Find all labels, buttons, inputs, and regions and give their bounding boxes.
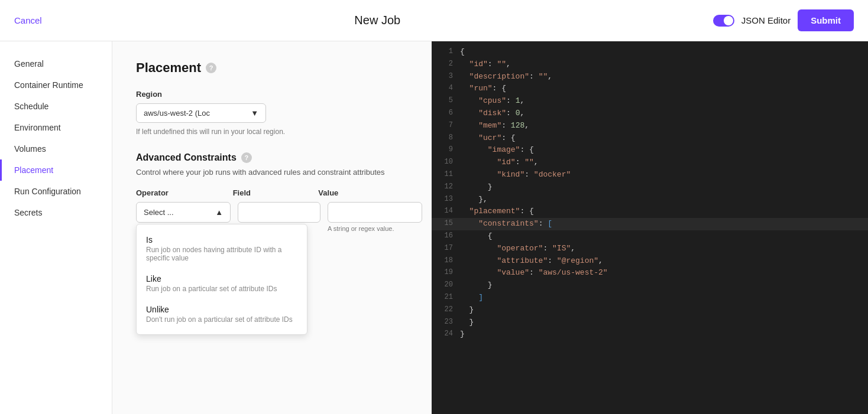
sidebar-item-volumes[interactable]: Volumes (0, 138, 112, 159)
value-header: Value (318, 188, 408, 197)
code-line: 2 "id": "", (432, 58, 868, 71)
dropdown-item-like-desc: Run job on a particular set of attribute… (146, 285, 297, 293)
code-line: 3 "description": "", (432, 71, 868, 83)
value-col: A string or regex value. (328, 202, 422, 232)
code-line: 13 }, (432, 194, 868, 206)
line-number: 1 (436, 46, 453, 58)
line-content: "ucr": { (460, 132, 516, 145)
region-select[interactable]: aws/us-west-2 (Loc ▼ (136, 103, 266, 123)
constraint-row: Select ... ▲ Is Run job on nodes having … (136, 202, 408, 232)
line-content: "description": "", (460, 71, 552, 83)
sidebar-item-secrets[interactable]: Secrets (0, 202, 112, 223)
line-number: 5 (436, 95, 453, 107)
header-right: JSON Editor Submit (713, 9, 854, 31)
advanced-help-icon[interactable]: ? (241, 152, 252, 163)
region-hint: If left undefined this will run in your … (136, 128, 408, 136)
page-title: New Job (354, 14, 400, 27)
dropdown-item-is-desc: Run job on nodes having attribute ID wit… (146, 246, 297, 262)
sidebar-item-container-runtime[interactable]: Container Runtime (0, 74, 112, 96)
line-content: "id": "", (460, 58, 511, 71)
region-label: Region (136, 90, 408, 99)
code-line: 22 } (432, 304, 868, 317)
form-area: Placement ? Region aws/us-west-2 (Loc ▼ … (112, 41, 432, 414)
code-line: 21 ] (432, 292, 868, 304)
code-line: 1{ (432, 46, 868, 58)
constraint-headers: Operator Field Value (136, 188, 408, 197)
sidebar-item-schedule[interactable]: Schedule (0, 96, 112, 117)
line-number: 8 (436, 132, 453, 145)
code-line: 24} (432, 328, 868, 341)
line-number: 21 (436, 292, 453, 304)
cancel-button[interactable]: Cancel (14, 15, 42, 25)
main-layout: General Container Runtime Schedule Envir… (0, 41, 868, 414)
line-number: 10 (436, 157, 453, 169)
operator-dropdown: Is Run job on nodes having attribute ID … (136, 224, 307, 335)
value-hint: A string or regex value. (328, 225, 422, 232)
sidebar-item-run-configuration[interactable]: Run Configuration (0, 181, 112, 202)
dropdown-item-is[interactable]: Is Run job on nodes having attribute ID … (137, 229, 307, 268)
line-number: 20 (436, 279, 453, 292)
line-number: 19 (436, 267, 453, 279)
code-line: 18 "attribute": "@region", (432, 255, 868, 268)
placement-help-icon[interactable]: ? (206, 63, 216, 73)
dropdown-item-is-title: Is (146, 235, 297, 245)
line-number: 24 (436, 328, 453, 341)
code-line: 14 "placement": { (432, 206, 868, 218)
code-line: 4 "run": { (432, 83, 868, 95)
line-number: 2 (436, 58, 453, 71)
code-line: 15 "constraints": [ (432, 218, 868, 230)
header: Cancel New Job JSON Editor Submit (0, 0, 868, 41)
line-content: "image": { (460, 144, 534, 157)
code-line: 7 "mem": 128, (432, 120, 868, 132)
sidebar-item-general[interactable]: General (0, 53, 112, 74)
line-number: 6 (436, 107, 453, 120)
line-number: 23 (436, 317, 453, 329)
code-line: 9 "image": { (432, 144, 868, 157)
code-line: 6 "disk": 0, (432, 107, 868, 120)
line-content: { (460, 46, 465, 58)
line-number: 22 (436, 304, 453, 317)
sidebar-item-environment[interactable]: Environment (0, 117, 112, 138)
dropdown-item-like-title: Like (146, 274, 297, 283)
field-header: Field (233, 188, 312, 197)
region-chevron-icon: ▼ (251, 109, 258, 118)
line-content: } (460, 304, 474, 317)
line-content: "disk": 0, (460, 107, 524, 120)
line-number: 4 (436, 83, 453, 95)
dropdown-item-like[interactable]: Like Run job on a particular set of attr… (137, 268, 307, 299)
code-line: 17 "operator": "IS", (432, 243, 868, 255)
dropdown-item-unlike-title: Unlike (146, 305, 297, 314)
sidebar: General Container Runtime Schedule Envir… (0, 41, 112, 414)
dropdown-item-unlike[interactable]: Unlike Don't run job on a particular set… (137, 299, 307, 330)
field-input[interactable] (238, 202, 320, 223)
line-content: "mem": 128, (460, 120, 529, 132)
line-content: "constraints": [ (460, 218, 552, 230)
advanced-constraints-desc: Control where your job runs with advance… (136, 168, 408, 177)
sidebar-item-placement[interactable]: Placement (0, 159, 112, 181)
code-line: 12 } (432, 181, 868, 194)
line-number: 11 (436, 169, 453, 181)
line-number: 18 (436, 255, 453, 268)
operator-header: Operator (136, 188, 226, 197)
line-content: } (460, 317, 474, 329)
code-line: 10 "id": "", (432, 157, 868, 169)
line-number: 17 (436, 243, 453, 255)
submit-button[interactable]: Submit (798, 9, 854, 31)
code-line: 20 } (432, 279, 868, 292)
line-number: 14 (436, 206, 453, 218)
operator-select[interactable]: Select ... ▲ (136, 202, 231, 223)
advanced-constraints-title: Advanced Constraints ? (136, 152, 408, 163)
line-content: "run": { (460, 83, 506, 95)
line-number: 12 (436, 181, 453, 194)
line-number: 3 (436, 71, 453, 83)
placement-section-title: Placement ? (136, 60, 408, 76)
line-content: } (460, 181, 493, 194)
json-editor-label: JSON Editor (741, 15, 791, 25)
value-input[interactable] (328, 202, 422, 223)
code-line: 8 "ucr": { (432, 132, 868, 145)
line-number: 16 (436, 230, 453, 243)
line-content: "id": "", (460, 157, 539, 169)
json-editor-toggle[interactable] (713, 15, 734, 27)
line-content: "attribute": "@region", (460, 255, 603, 268)
line-content: } (460, 328, 465, 341)
